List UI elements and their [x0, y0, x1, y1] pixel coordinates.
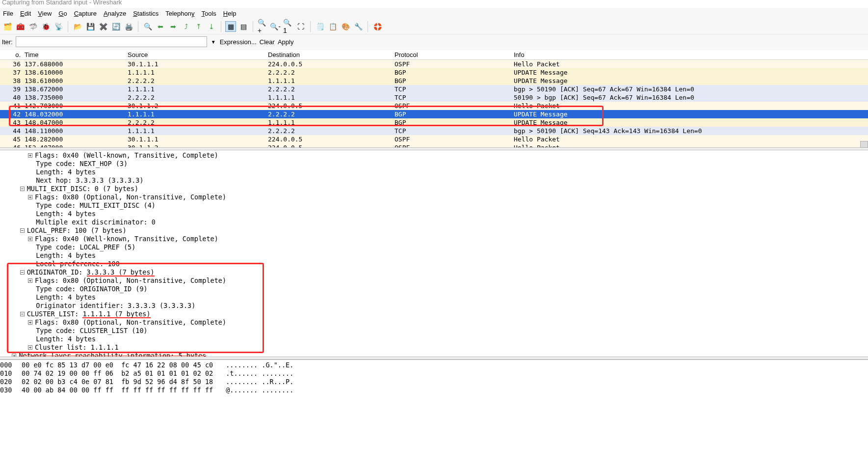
expand-icon[interactable]: + [28, 278, 32, 283]
help-icon[interactable]: 🛟 [372, 21, 383, 32]
hex-line[interactable]: 03040 00 ab 84 00 00 ff ff ff ff ff ff f… [0, 386, 868, 394]
tree-cluster-value[interactable]: +Cluster list: 1.1.1.1 [0, 343, 868, 352]
resize-cols-icon[interactable]: ⛶ [295, 21, 306, 32]
col-header-info[interactable]: Info [512, 51, 868, 58]
tree-type-oid[interactable]: Type code: ORIGINATOR_ID (9) [0, 285, 868, 293]
packet-row[interactable]: 36137.68800030.1.1.1224.0.0.5OSPFHello P… [0, 60, 868, 68]
expand-icon[interactable]: + [28, 237, 32, 241]
collapse-icon[interactable]: − [20, 270, 25, 275]
reload-icon[interactable]: 🔄 [110, 21, 121, 32]
stop-capture-icon[interactable]: 🐞 [40, 21, 51, 32]
go-last-icon[interactable]: ⤓ [206, 21, 217, 32]
tree-type-cl[interactable]: Type code: CLUSTER_LIST (10) [0, 327, 868, 335]
menu-help[interactable]: Help [223, 10, 237, 17]
print-icon[interactable]: 🖨️ [123, 21, 134, 32]
pane-splitter-2[interactable] [0, 357, 868, 360]
packet-row[interactable]: 37138.6100001.1.1.12.2.2.2BGPUPDATE Mess… [0, 68, 868, 77]
restart-capture-icon[interactable]: 📡 [53, 21, 64, 32]
packet-row[interactable]: 45148.28200030.1.1.1224.0.0.5OSPFHello P… [0, 135, 868, 143]
tree-length[interactable]: Length: 4 bytes [0, 335, 868, 343]
tree-med-value[interactable]: Multiple exit discriminator: 0 [0, 218, 868, 226]
tree-multi-exit-disc[interactable]: −MULTI_EXIT_DISC: 0 (7 bytes) [0, 185, 868, 193]
colorize-icon[interactable]: ▦ [225, 21, 236, 32]
menu-go[interactable]: Go [58, 10, 67, 17]
zoom-reset-icon[interactable]: 🔍1 [283, 21, 293, 32]
tree-local-pref[interactable]: −LOCAL_PREF: 100 (7 bytes) [0, 226, 868, 235]
tree-length[interactable]: Length: 4 bytes [0, 168, 868, 176]
save-file-icon[interactable]: 💾 [85, 21, 96, 32]
col-header-protocol[interactable]: Protocol [393, 51, 512, 58]
tree-lp-value[interactable]: Local preference: 100 [0, 260, 868, 268]
tree-type-lp[interactable]: Type code: LOCAL_PREF (5) [0, 243, 868, 251]
tree-flags-opt[interactable]: +Flags: 0x80 (Optional, Non-transitive, … [0, 318, 868, 327]
tree-originator-value[interactable]: Originator identifier: 3.3.3.3 (3.3.3.3) [0, 302, 868, 310]
menu-view[interactable]: View [38, 10, 52, 17]
tree-cluster-list[interactable]: −CLUSTER_LIST: 1.1.1.1 (7 bytes) [0, 310, 868, 318]
filter-dropdown-icon[interactable]: ▼ [210, 39, 217, 45]
tree-type-med[interactable]: Type code: MULTI_EXIT_DISC (4) [0, 201, 868, 210]
zoom-in-icon[interactable]: 🔍+ [257, 21, 268, 32]
menu-tools[interactable]: Tools [201, 10, 216, 17]
packet-row[interactable]: 46152.40700030.1.1.2224.0.0.5OSPFHello P… [0, 143, 868, 147]
go-first-icon[interactable]: ⤒ [193, 21, 204, 32]
expand-icon[interactable]: + [28, 153, 32, 158]
tree-flags-opt[interactable]: +Flags: 0x80 (Optional, Non-transitive, … [0, 193, 868, 201]
display-filters-icon[interactable]: 📋 [327, 21, 338, 32]
filter-input[interactable] [16, 36, 207, 47]
packet-row[interactable]: 41142.70300030.1.1.2224.0.0.5OSPFHello P… [0, 102, 868, 110]
tree-length[interactable]: Length: 4 bytes [0, 293, 868, 302]
packet-row[interactable]: 42148.0320001.1.1.12.2.2.2BGPUPDATE Mess… [0, 110, 868, 118]
packet-row[interactable]: 39138.6720001.1.1.12.2.2.2TCPbgp > 50190… [0, 85, 868, 93]
go-back-icon[interactable]: ⬅ [155, 21, 166, 32]
collapse-icon[interactable]: − [20, 187, 25, 191]
tree-flags-wellknown[interactable]: +Flags: 0x40 (Well-known, Transitive, Co… [0, 151, 868, 160]
open-file-icon[interactable]: 📂 [72, 21, 83, 32]
menu-telephony[interactable]: Telephony [165, 10, 194, 17]
packet-list[interactable]: 36137.68800030.1.1.1224.0.0.5OSPFHello P… [0, 60, 868, 147]
expand-icon[interactable]: + [28, 345, 32, 350]
hex-line[interactable]: 01000 74 02 19 00 00 ff 06 b2 a5 01 01 0… [0, 369, 868, 378]
packet-row[interactable]: 38138.6100002.2.2.21.1.1.1BGPUPDATE Mess… [0, 77, 868, 85]
find-icon[interactable]: 🔍 [142, 21, 153, 32]
menu-statistics[interactable]: Statistics [133, 10, 158, 17]
expand-icon[interactable]: + [28, 320, 32, 325]
coloring-rules-icon[interactable]: 🎨 [340, 21, 351, 32]
col-header-destination[interactable]: Destination [266, 51, 393, 58]
tree-nexthop-value[interactable]: Next hop: 3.3.3.3 (3.3.3.3) [0, 176, 868, 185]
options-icon[interactable]: 🧰 [15, 21, 26, 32]
tree-flags-opt[interactable]: +Flags: 0x80 (Optional, Non-transitive, … [0, 277, 868, 285]
tree-nlri[interactable]: +Network layer reachability information:… [0, 352, 868, 357]
packet-bytes-pane[interactable]: 00000 e0 fc 85 13 d7 00 e0 fc 47 16 22 0… [0, 360, 868, 394]
packet-row[interactable]: 43148.0470002.2.2.21.1.1.1BGPUPDATE Mess… [0, 118, 868, 127]
menu-file[interactable]: File [3, 10, 13, 17]
tree-length[interactable]: Length: 4 bytes [0, 251, 868, 260]
col-header-no[interactable]: o. [0, 51, 23, 58]
tree-type-nexthop[interactable]: Type code: NEXT_HOP (3) [0, 160, 868, 168]
menu-analyze[interactable]: Analyze [104, 10, 126, 17]
packet-row[interactable]: 44148.1100001.1.1.12.2.2.2TCPbgp > 50190… [0, 127, 868, 135]
close-file-icon[interactable]: ✖️ [98, 21, 108, 32]
packet-row[interactable]: 40138.7350002.2.2.21.1.1.1TCP50190 > bgp… [0, 93, 868, 102]
go-to-icon[interactable]: ⤴ [181, 21, 191, 32]
start-capture-icon[interactable]: 🦈 [27, 21, 38, 32]
tree-length[interactable]: Length: 4 bytes [0, 210, 868, 218]
menu-edit[interactable]: Edit [20, 10, 31, 17]
collapse-icon[interactable]: − [20, 228, 25, 233]
hex-line[interactable]: 00000 e0 fc 85 13 d7 00 e0 fc 47 16 22 0… [0, 361, 868, 369]
filter-clear-button[interactable]: Clear [260, 38, 275, 46]
zoom-out-icon[interactable]: 🔍- [270, 21, 281, 32]
capture-filters-icon[interactable]: 🗒️ [315, 21, 325, 32]
autoscroll-icon[interactable]: ▤ [238, 21, 249, 32]
expand-icon[interactable]: + [28, 195, 32, 199]
interfaces-icon[interactable]: 🗂️ [2, 21, 13, 32]
tree-flags-wk[interactable]: +Flags: 0x40 (Well-known, Transitive, Co… [0, 235, 868, 243]
menu-capture[interactable]: Capture [74, 10, 97, 17]
filter-expression-button[interactable]: Expression... [220, 38, 257, 46]
filter-apply-button[interactable]: Apply [278, 38, 294, 46]
col-header-source[interactable]: Source [126, 51, 266, 58]
packet-detail-pane[interactable]: +Flags: 0x40 (Well-known, Transitive, Co… [0, 150, 868, 357]
hex-line[interactable]: 02002 02 00 b3 c4 0e 07 81 fb 9d 52 96 d… [0, 378, 868, 386]
collapse-icon[interactable]: − [20, 312, 25, 316]
scrollbar-thumb[interactable] [860, 141, 868, 148]
tree-originator-id[interactable]: −ORIGINATOR_ID: 3.3.3.3 (7 bytes) [0, 268, 868, 277]
